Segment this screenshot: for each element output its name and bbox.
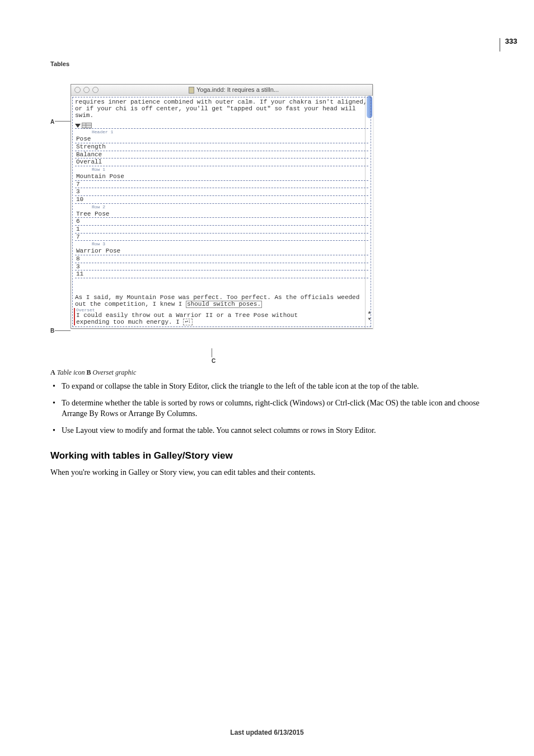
text-run: expending too much energy. I <box>76 319 183 325</box>
table-cell[interactable]: 6 <box>75 217 368 225</box>
table-cell[interactable]: 8 <box>75 255 368 263</box>
bullet-list: To expand or collapse the table in Story… <box>50 381 498 436</box>
table-icon[interactable] <box>82 123 92 128</box>
subheading: Working with tables in Galley/Story view <box>50 449 498 463</box>
caption-label-B: B <box>87 368 91 376</box>
table-cell[interactable]: 7 <box>75 180 368 188</box>
document-icon <box>189 87 194 94</box>
callout-line <box>55 330 71 331</box>
page-number: 333 <box>499 38 517 52</box>
expand-triangle-icon[interactable] <box>75 124 81 128</box>
list-item: To expand or collapse the table in Story… <box>50 381 498 392</box>
text-box: should switch poses. <box>186 301 262 308</box>
callout-C: C <box>212 358 216 364</box>
window-title-text: Yoga.indd: It requires a stilln... <box>196 86 279 93</box>
table-cell[interactable]: 1 <box>75 225 368 233</box>
close-icon[interactable] <box>74 87 81 93</box>
figure-caption: A Table icon B Overset graphic <box>50 368 136 377</box>
callout-A: A <box>50 119 54 125</box>
table-region: Header 1 Pose Strength Balance Overall R… <box>75 121 368 278</box>
text-run: I could easily throw out a Warrior II or… <box>76 312 298 319</box>
section-label: Tables <box>50 60 69 67</box>
table-cell[interactable]: 3 <box>75 188 368 195</box>
callout-line <box>212 348 212 357</box>
overset-label: Overset <box>76 308 368 312</box>
overset-region: Overset I could easily throw out a Warri… <box>74 308 368 325</box>
caption-text-A: Table icon <box>55 368 87 376</box>
list-item: To determine whether the table is sorted… <box>50 398 498 419</box>
table-cell[interactable]: Strength <box>75 143 368 151</box>
row-label: Row 3 <box>75 241 105 246</box>
footer: Last updated 6/13/2015 <box>0 729 534 736</box>
table-cell[interactable]: Pose <box>75 136 368 143</box>
table-cell[interactable]: 11 <box>75 270 368 278</box>
list-item: Use Layout view to modify and format the… <box>50 425 498 436</box>
header-label: Header 1 <box>75 129 113 134</box>
caption-label-A: A <box>50 368 55 376</box>
titlebar: Yoga.indd: It requires a stilln... <box>71 85 372 96</box>
story-editor-window: Yoga.indd: It requires a stilln... ▲ ▼ r… <box>71 84 373 329</box>
minimize-icon[interactable] <box>83 87 90 93</box>
body-content: To expand or collapse the table in Story… <box>50 381 498 484</box>
traffic-lights <box>74 87 99 93</box>
callout-B: B <box>50 328 54 334</box>
story-content[interactable]: requires inner patience combined with ou… <box>72 97 371 327</box>
table-cell[interactable]: Overall <box>75 158 368 166</box>
table-cell[interactable]: Warrior Pose <box>75 248 368 255</box>
zoom-icon[interactable] <box>92 87 99 93</box>
row-label: Row 2 <box>75 204 105 209</box>
paragraph: When you're working in Galley or Story v… <box>50 467 498 478</box>
overset-graphic-icon: ↵↓ <box>183 319 193 325</box>
callout-line <box>55 121 71 122</box>
table-cell[interactable]: 10 <box>75 195 368 203</box>
table-cell[interactable]: Tree Pose <box>75 211 368 218</box>
table-cell[interactable]: Balance <box>75 151 368 158</box>
table-cell[interactable]: Mountain Pose <box>75 173 368 180</box>
caption-text-B: Overset graphic <box>91 368 137 376</box>
story-paragraph[interactable]: requires inner patience combined with ou… <box>73 97 371 120</box>
story-paragraph[interactable]: As I said, my Mountain Pose was perfect.… <box>73 279 371 326</box>
window-title: Yoga.indd: It requires a stilln... <box>99 86 369 93</box>
table-cell[interactable]: 7 <box>75 233 368 241</box>
row-label: Row 1 <box>75 167 105 172</box>
table-cell[interactable]: 3 <box>75 263 368 270</box>
